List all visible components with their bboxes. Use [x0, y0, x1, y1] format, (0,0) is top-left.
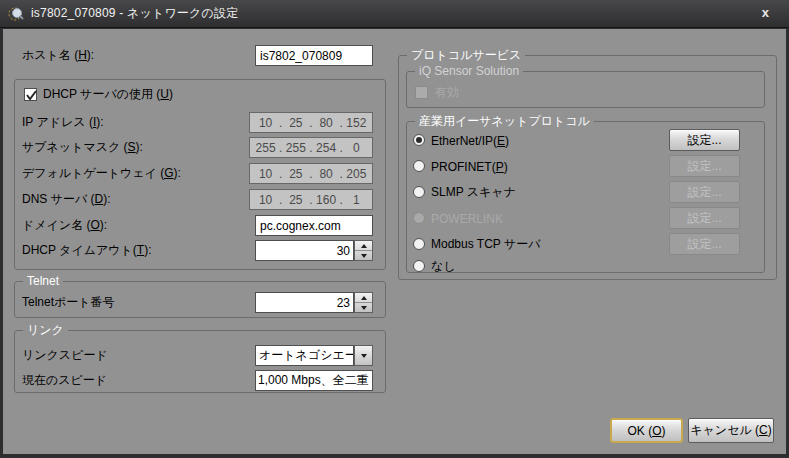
ok-button[interactable]: OK (O) — [610, 418, 683, 443]
ip-address-label: IP アドレス (I): — [22, 112, 104, 133]
radio-slmp[interactable] — [413, 186, 425, 198]
modbus-settings-button: 設定... — [669, 233, 740, 255]
cancel-button[interactable]: キャンセル (C) — [688, 418, 774, 443]
spin-down-button[interactable] — [355, 250, 372, 260]
link-speed-label: リンクスピード — [22, 345, 108, 366]
hostname-input[interactable]: is7802_070809 — [255, 45, 373, 66]
none-label: なし — [431, 256, 456, 277]
profinet-settings-button: 設定... — [669, 155, 740, 177]
ip-address-field: 10.25.80.152 — [249, 112, 373, 133]
telnet-group-title: Telnet — [23, 274, 63, 289]
network-settings-dialog: is7802_070809 - ネットワークの設定 x ホスト名 (H): is… — [0, 0, 789, 458]
dns-server-field: 10.25.160.1 — [249, 189, 373, 210]
link-speed-dropdown[interactable]: オートネゴシエー — [255, 345, 354, 366]
iq-enable-checkbox — [415, 86, 428, 99]
current-speed-label: 現在のスピード — [22, 370, 107, 391]
slmp-label: SLMP スキャナ — [431, 182, 516, 203]
telnet-port-spinner — [354, 292, 373, 313]
spin-down-button[interactable] — [355, 302, 372, 312]
window-title: is7802_070809 - ネットワークの設定 — [31, 5, 238, 22]
radio-none[interactable] — [413, 260, 425, 272]
dialog-body: ホスト名 (H): is7802_070809 DHCP サーバの使用 (U) … — [3, 29, 786, 454]
powerlink-label: POWERLINK — [431, 208, 503, 229]
dhcp-checkbox-label: DHCP サーバの使用 (U) — [43, 84, 173, 105]
modbus-tcp-label: Modbus TCP サーバ — [431, 234, 541, 255]
dhcp-timeout-label: DHCP タイムアウト(T): — [22, 240, 152, 261]
radio-profinet[interactable] — [413, 160, 425, 172]
up-arrow-icon — [361, 296, 367, 300]
default-gateway-label: デフォルトゲートウェイ (G): — [22, 163, 181, 184]
domain-name-label: ドメイン名 (O): — [22, 215, 107, 236]
protocol-services-title: プロトコルサービス — [407, 48, 525, 63]
profinet-label: PROFINET(P) — [431, 156, 508, 177]
dropdown-arrow-button[interactable] — [354, 345, 373, 366]
spin-up-button[interactable] — [355, 241, 372, 250]
check-icon — [25, 88, 38, 102]
ethernet-ip-label: EtherNet/IP(E) — [431, 130, 509, 151]
dhcp-checkbox[interactable] — [24, 88, 37, 101]
subnet-mask-field: 255.255.254.0 — [249, 137, 373, 158]
domain-name-input[interactable]: pc.cognex.com — [255, 215, 373, 236]
slmp-settings-button: 設定... — [669, 181, 740, 203]
current-speed-field: 1,000 Mbps、全二重 — [255, 370, 373, 391]
subnet-mask-label: サブネットマスク (S): — [22, 137, 143, 158]
industrial-protocol-title: 産業用イーサネットプロトコル — [415, 114, 594, 129]
radio-powerlink — [413, 212, 425, 224]
powerlink-settings-button: 設定... — [669, 207, 740, 229]
dns-server-label: DNS サーバ (D): — [22, 189, 111, 210]
up-arrow-icon — [361, 244, 367, 248]
down-arrow-icon — [361, 306, 367, 310]
iq-sensor-title: iQ Sensor Solution — [415, 64, 523, 79]
spin-up-button[interactable] — [355, 293, 372, 302]
hostname-label: ホスト名 (H): — [22, 45, 94, 66]
app-icon — [8, 6, 24, 22]
titlebar: is7802_070809 - ネットワークの設定 x — [0, 0, 789, 28]
telnet-port-label: Telnetポート番号 — [22, 292, 115, 313]
radio-ethernet-ip[interactable] — [413, 134, 425, 146]
chevron-down-icon — [361, 354, 367, 358]
default-gateway-field: 10.25.80.205 — [249, 163, 373, 184]
iq-sensor-group: iQ Sensor Solution — [406, 71, 765, 108]
telnet-port-input[interactable]: 23 — [255, 292, 354, 313]
ethernet-ip-settings-button[interactable]: 設定... — [669, 129, 740, 151]
dhcp-timeout-input[interactable]: 30 — [255, 240, 354, 261]
down-arrow-icon — [361, 254, 367, 258]
close-icon[interactable]: x — [762, 5, 769, 20]
link-group-title: リンク — [23, 323, 68, 338]
radio-modbus-tcp[interactable] — [413, 238, 425, 250]
dhcp-timeout-spinner — [354, 240, 373, 261]
iq-enable-label: 有効 — [435, 82, 459, 103]
